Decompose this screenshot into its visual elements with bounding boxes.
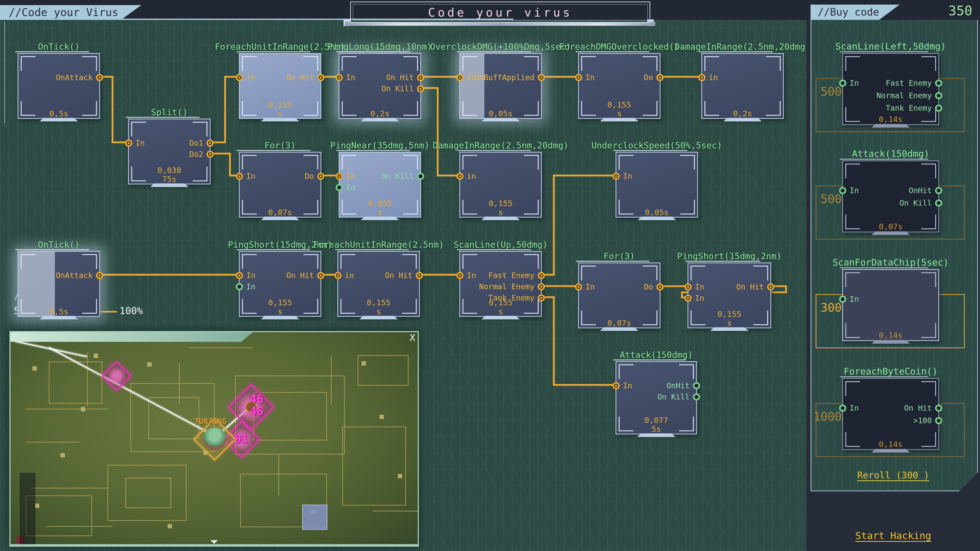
app-root: { "app": { "title_tab": "//Code your Vir… (0, 0, 980, 551)
node-pinglong[interactable]: PingLong(15dmg,10nm)InOn HitOn Kill0,2s (339, 53, 421, 119)
input-port[interactable] (334, 272, 342, 279)
start-hacking-button[interactable]: Start Hacking (850, 530, 937, 541)
port-label: On Hit (385, 272, 412, 279)
output-port[interactable] (935, 417, 942, 424)
corner-bracket (679, 364, 694, 379)
input-port[interactable] (575, 283, 582, 291)
input-port[interactable] (839, 79, 846, 87)
node-cooldown: 0,155s (579, 100, 660, 118)
node-ontick-1[interactable]: OnTick()OnAttack0,5s (18, 53, 100, 119)
output-port[interactable] (538, 74, 545, 81)
tab-buy-code[interactable]: //Buy code (811, 5, 900, 20)
turtle-name-label: 7UR71NG (194, 417, 226, 426)
output-port[interactable] (416, 272, 423, 279)
shop-item-cooldown: 0,14s (843, 114, 939, 124)
input-port[interactable] (839, 405, 846, 412)
output-port[interactable] (96, 74, 103, 81)
node-foreachunitinrange-2[interactable]: ForeachUnitInRange(2.5nm)inOn Hit0,155s (337, 251, 420, 317)
shop-item-shop-scanfordatachip[interactable]: ScanForDataChip(5sec)In0,14s (842, 269, 939, 341)
node-underclockspeed[interactable]: UnderclockSpeed(50%,5sec)In0,05s (616, 152, 698, 218)
node-overclockdmg[interactable]: OverclockDMG(+100%Dmg,5sec)InOnBuffAppli… (460, 53, 542, 119)
output-port[interactable] (767, 283, 774, 291)
node-title: Attack(150dmg) (620, 350, 693, 360)
output-port[interactable] (417, 74, 424, 81)
node-attack[interactable]: Attack(150dmg)InOnHitOn Kill0,0775s (616, 361, 697, 434)
input-port[interactable] (236, 283, 243, 290)
node-split[interactable]: Split()InDo1Do20,03875s (128, 119, 210, 184)
input-port[interactable] (125, 140, 132, 147)
input-port[interactable] (336, 74, 343, 81)
input-port[interactable] (612, 382, 620, 389)
output-port[interactable] (693, 393, 700, 400)
input-port[interactable] (236, 173, 243, 180)
output-port[interactable] (656, 283, 663, 291)
node-cooldown: 0,2s (339, 109, 420, 118)
corner-bracket (402, 254, 417, 269)
input-port[interactable] (698, 74, 705, 81)
viewport-scrollbar[interactable] (11, 544, 418, 546)
input-port[interactable] (336, 184, 343, 191)
node-pingshort-1[interactable]: PingShort(15dmg,2nm)InInOn Hit0,155s (239, 251, 321, 317)
node-pingnear[interactable]: PingNear(35dmg,5nm)InInOn Kill0,035s (339, 152, 421, 218)
input-port[interactable] (236, 74, 243, 81)
node-title: PingLong(15dmg,10nm) (328, 41, 432, 52)
output-port[interactable] (935, 92, 942, 99)
input-port[interactable] (684, 295, 692, 302)
node-scanline-up[interactable]: ScanLine(Up,50dmg)InFast EnemyNormal Ene… (460, 251, 542, 317)
port-label: OnHit (909, 186, 932, 195)
output-port[interactable] (935, 79, 942, 87)
tab-code-your-virus[interactable]: //Code your Virus (0, 5, 142, 20)
corner-bracket (581, 265, 596, 280)
input-port[interactable] (839, 187, 846, 194)
output-port[interactable] (935, 105, 942, 112)
output-port[interactable] (317, 272, 325, 279)
output-port[interactable] (656, 74, 663, 81)
port-label: In (467, 272, 476, 279)
node-foreachunitinrange-1[interactable]: ForeachUnitInRange(2.5nm)inOn Hit0,155s (239, 53, 321, 119)
node-pingshort-2[interactable]: PingShort(15dmg,2nm)InInOn Hit0,155s (687, 262, 771, 328)
shop-item-shop-foreachbytecoin[interactable]: ForeachByteCoin()InOn Hit>1000,14s (842, 378, 939, 450)
node-cooldown: 0,2s (702, 109, 783, 118)
corner-bracket (524, 254, 539, 269)
game-viewport[interactable]: 7UR71NG464691 X (10, 331, 419, 547)
node-cooldown: 0,07s (579, 319, 660, 327)
shop-item-shop-scanline-left[interactable]: ScanLine(Left,50dmg)InFast EnemyNormal E… (842, 53, 939, 125)
input-port[interactable] (456, 272, 463, 279)
node-title: DamageInRange(2.5nm,20dmg) (675, 41, 810, 52)
output-port[interactable] (317, 74, 325, 81)
output-port[interactable] (693, 382, 700, 389)
output-port[interactable] (207, 151, 213, 158)
node-for3-b[interactable]: For(3)InDo0,07s (578, 262, 660, 328)
output-port[interactable] (317, 173, 325, 180)
node-damageinrange-1[interactable]: DamageInRange(2.5nm,20dmg)in0,2s (701, 53, 784, 119)
close-icon[interactable]: X (410, 332, 415, 343)
output-port[interactable] (935, 405, 942, 412)
price-label: 1000 (803, 410, 842, 424)
node-for3-a[interactable]: For(3)InDo0,07s (239, 152, 321, 218)
output-port[interactable] (96, 272, 103, 279)
input-port[interactable] (456, 173, 463, 180)
input-port[interactable] (575, 74, 582, 81)
output-port[interactable] (417, 85, 424, 92)
input-port[interactable] (456, 74, 463, 81)
port-label: Normal Enemy (479, 283, 535, 291)
output-port[interactable] (538, 294, 545, 302)
output-port[interactable] (538, 283, 545, 290)
input-port[interactable] (236, 272, 243, 279)
output-port[interactable] (207, 140, 213, 147)
corner-bracket (619, 364, 633, 379)
node-ontick-2[interactable]: OnTick()OnAttack0,5s (18, 251, 100, 317)
node-cooldown: 0,155s (338, 298, 419, 316)
input-port[interactable] (839, 295, 846, 303)
output-port[interactable] (417, 173, 424, 180)
node-foreachdmgoverclocked[interactable]: ForeachDMGOverclocked()InDo0,155s (578, 53, 660, 119)
input-port[interactable] (612, 173, 620, 180)
shop-item-shop-attack[interactable]: Attack(150dmg)InOnHitOn Kill0,07s (842, 160, 939, 232)
output-port[interactable] (935, 187, 942, 194)
output-port[interactable] (538, 272, 545, 279)
input-port[interactable] (336, 173, 343, 180)
reroll-button[interactable]: Reroll (300 ) (850, 470, 937, 480)
node-damageinrange-2[interactable]: DamageInRange(2.5nm,20dmg)in0,155s (460, 152, 542, 218)
input-port[interactable] (684, 283, 692, 291)
output-port[interactable] (935, 200, 942, 206)
